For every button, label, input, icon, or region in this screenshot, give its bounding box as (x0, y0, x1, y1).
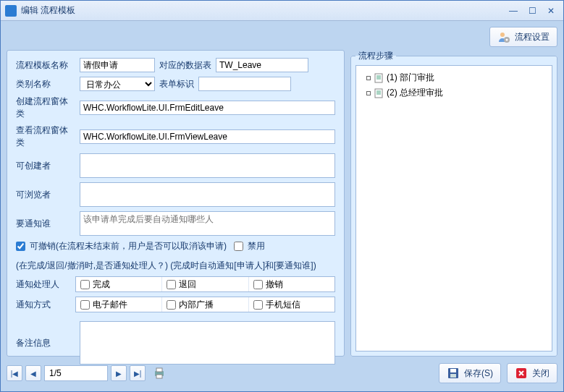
tree-expand-icon (366, 91, 371, 95)
nav-last-button[interactable]: ▶| (130, 365, 146, 381)
label-revokable: 可撤销(在流程未结束前，用户是否可以取消该申请) (30, 240, 227, 252)
svg-rect-13 (156, 375, 162, 378)
label-view-form: 查看流程窗体类 (16, 124, 75, 149)
nav-prev-button[interactable]: ◀ (25, 365, 41, 381)
method-sms-cell[interactable]: 手机短信 (249, 297, 334, 312)
step-item[interactable]: (2) 总经理审批 (361, 85, 547, 101)
method-broadcast-checkbox[interactable] (167, 300, 176, 310)
document-icon (374, 73, 384, 83)
label-disabled: 禁用 (248, 240, 265, 252)
handler-complete-checkbox[interactable] (80, 280, 90, 289)
svg-rect-16 (450, 374, 456, 378)
flow-settings-button[interactable]: 流程设置 (489, 27, 557, 47)
method-broadcast-cell[interactable]: 内部广播 (162, 297, 248, 312)
close-icon (515, 367, 528, 380)
svg-rect-12 (156, 368, 162, 372)
tree-expand-icon (366, 76, 371, 80)
svg-point-0 (500, 33, 505, 37)
svg-rect-3 (375, 74, 382, 82)
steps-tree: (1) 部门审批 (2) 总经理审批 (355, 65, 552, 351)
handler-return-checkbox[interactable] (167, 280, 176, 289)
nav-next-button[interactable]: ▶ (111, 365, 127, 381)
print-icon[interactable] (153, 367, 166, 380)
handler-revoke-cell[interactable]: 撤销 (249, 277, 334, 291)
save-label: 保存(S) (464, 367, 493, 380)
disabled-checkbox[interactable] (234, 242, 243, 251)
notify-who-input[interactable] (80, 211, 335, 236)
steps-panel: 流程步骤 (1) 部门审批 (2) 总经理审批 (350, 50, 557, 357)
document-icon (374, 88, 384, 98)
label-creators: 可创建者 (16, 160, 75, 172)
label-category: 类别名称 (16, 78, 75, 90)
label-remark: 备注信息 (16, 337, 75, 349)
close-button[interactable]: 关闭 (507, 363, 557, 383)
flow-settings-label: 流程设置 (515, 31, 550, 43)
svg-rect-7 (375, 89, 382, 98)
step-label: (1) 部门审批 (387, 72, 434, 84)
view-form-input[interactable] (80, 129, 335, 144)
minimize-button[interactable]: — (505, 4, 521, 17)
category-select[interactable]: 日常办公 (80, 77, 155, 91)
gear-user-icon (497, 30, 510, 43)
close-label: 关闭 (532, 367, 550, 380)
revokable-checkbox[interactable] (16, 242, 25, 251)
create-form-input[interactable] (80, 101, 335, 115)
svg-point-2 (506, 39, 508, 41)
nav-first-button[interactable]: |◀ (7, 365, 22, 381)
app-icon (5, 5, 17, 17)
label-notify-who: 要通知谁 (16, 218, 75, 230)
window-title: 编辑 流程模板 (21, 4, 502, 17)
label-create-form: 创建流程窗体类 (16, 95, 75, 120)
save-button[interactable]: 保存(S) (439, 363, 501, 383)
handler-complete-cell[interactable]: 完成 (76, 277, 162, 291)
handler-revoke-checkbox[interactable] (253, 280, 263, 289)
method-sms-checkbox[interactable] (253, 300, 263, 310)
tpl-name-input[interactable] (80, 58, 155, 72)
titlebar: 编辑 流程模板 — ☐ ✕ (1, 1, 563, 21)
notify-section-text: (在完成/退回/撤消时,是否通知处理人？) (完成时自动通知[申请人]和[要通知… (16, 260, 335, 272)
step-label: (2) 总经理审批 (387, 87, 443, 99)
label-viewers: 可浏览者 (16, 189, 75, 201)
step-item[interactable]: (1) 部门审批 (361, 70, 547, 85)
close-window-button[interactable]: ✕ (543, 4, 559, 17)
save-icon (447, 367, 460, 380)
viewers-input[interactable] (80, 182, 335, 207)
creators-input[interactable] (80, 153, 335, 178)
remark-input[interactable] (80, 321, 335, 365)
form-panel: 流程模板名称 对应的数据表 类别名称 日常办公 表单标识 创建流程窗体类 查看流… (7, 50, 345, 357)
label-notify-handler: 通知处理人 (16, 278, 75, 291)
label-data-table: 对应的数据表 (159, 59, 211, 72)
label-form-id: 表单标识 (159, 78, 194, 90)
data-table-input[interactable] (216, 58, 308, 72)
svg-rect-15 (450, 369, 456, 372)
method-email-cell[interactable]: 电子邮件 (76, 297, 162, 312)
maximize-button[interactable]: ☐ (524, 4, 540, 17)
form-id-input[interactable] (198, 77, 291, 91)
record-navigator: |◀ ◀ 1/5 ▶ ▶| (7, 365, 166, 381)
steps-legend: 流程步骤 (355, 50, 396, 62)
nav-page-display[interactable]: 1/5 (44, 365, 108, 381)
handler-return-cell[interactable]: 退回 (162, 277, 248, 291)
method-email-checkbox[interactable] (80, 300, 90, 310)
label-tpl-name: 流程模板名称 (16, 59, 75, 72)
label-notify-method: 通知方式 (16, 299, 75, 311)
